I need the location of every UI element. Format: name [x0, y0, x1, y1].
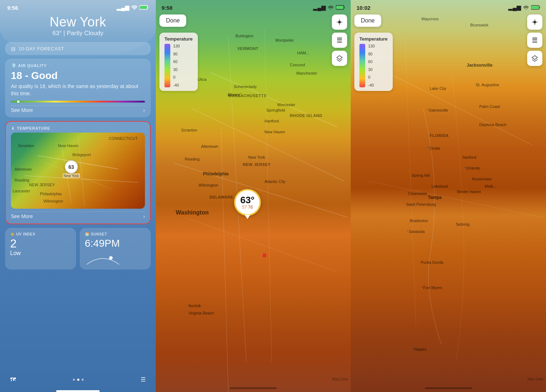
reading-label: Reading	[14, 178, 29, 182]
air-quality-header: 💨 AIR QUALITY	[11, 63, 145, 68]
place-new-haven: New Haven	[264, 130, 285, 134]
status-bar-panel3: 10:02 ▂▄▆	[351, 0, 546, 11]
uv-value: 2	[10, 238, 71, 249]
air-quality-see-more[interactable]: See More ›	[11, 105, 145, 113]
allentown-label: Allentown	[14, 167, 32, 171]
philadelphia-label: Philadelphia	[40, 192, 62, 196]
place-philadelphia: Philadelphia	[203, 171, 229, 176]
map-pin-panel2: 63° 57 76	[234, 189, 261, 219]
temperature-map: CONNECTICUT NEW JERSEY Scranton New Have…	[11, 133, 145, 209]
pin-circle: 63° 57 76	[234, 189, 261, 216]
place-norfolk: Norfolk	[188, 304, 201, 308]
sunset-widget: 🌅 SUNSET 6:49PM	[80, 228, 151, 270]
calendar-icon: ▤	[11, 46, 16, 51]
forecast-label: 10-DAY FORECAST	[18, 46, 64, 51]
aqi-bar	[11, 101, 145, 103]
time-panel1: 9:56	[7, 5, 18, 11]
place-clearwater: Clearwater	[408, 191, 427, 196]
svg-rect-17	[344, 7, 345, 8]
sunset-time: 6:49PM	[85, 238, 146, 249]
legend-gradient	[164, 44, 170, 87]
wifi-icon	[132, 5, 137, 11]
done-button-panel3[interactable]: Done	[354, 14, 381, 27]
place-bradenton: Bradenton	[410, 218, 428, 223]
status-bar-panel2: 9:58 ▂▄▆	[156, 0, 351, 11]
temperature-header: 🌡 TEMPERATURE	[11, 126, 145, 130]
red-marker	[263, 254, 266, 257]
home-indicator	[56, 390, 100, 392]
status-bar-panel1: 9:56 ▂▄▆	[0, 0, 156, 11]
svg-line-20	[387, 72, 532, 145]
svg-point-8	[109, 256, 113, 260]
place-washington: Washington	[176, 209, 209, 216]
signal-icon-3: ▂▄▆	[508, 4, 521, 11]
legend-labels: 130 90 60 30 0 -40	[173, 44, 180, 87]
layers-button[interactable]	[332, 51, 347, 66]
dot-3	[82, 379, 84, 381]
svg-line-4	[24, 176, 138, 183]
location-button-3[interactable]	[527, 14, 542, 30]
done-button-panel2[interactable]: Done	[159, 14, 186, 27]
place-reading: Reading	[185, 157, 200, 161]
status-icons-panel1: ▂▄▆	[117, 4, 149, 11]
air-quality-widget: 💨 AIR QUALITY 18 - Good Air quality is 1…	[5, 59, 151, 117]
place-orlando: Orlando	[466, 166, 480, 170]
map-icon[interactable]: 🗺	[10, 376, 16, 383]
scranton-label: Scranton	[18, 143, 34, 148]
pin-range: 57 76	[242, 204, 253, 209]
forecast-widget[interactable]: ▤ 10-DAY FORECAST	[5, 42, 151, 55]
legend-gradient-3	[359, 44, 365, 87]
place-scranton: Scranton	[181, 128, 197, 132]
time-panel3: 10:02	[357, 5, 370, 11]
svg-rect-18	[337, 6, 343, 9]
new-jersey-label: NEW JERSEY	[29, 183, 55, 187]
place-worcester: Worcester	[277, 103, 295, 107]
sun-icon: ☀️	[10, 232, 15, 236]
uv-label: Low	[10, 250, 71, 257]
place-schenectady: Schenectady	[234, 84, 257, 89]
sunset-arc	[85, 251, 146, 265]
place-rhode-island: RHODE ISLAND	[290, 113, 322, 118]
place-ocala: Ocala	[430, 146, 440, 150]
place-delaware: DELAWARE	[209, 195, 233, 199]
thermometer-icon: 🌡	[11, 126, 15, 130]
wind-icon: 💨	[11, 63, 16, 68]
place-utica: Utica	[197, 77, 207, 82]
place-manchester: Manchester	[296, 71, 317, 75]
place-wilmington: Wilmington	[199, 183, 218, 187]
place-atlantic-city: Atlantic City	[264, 179, 285, 184]
uv-header: ☀️ UV INDEX	[10, 232, 71, 236]
layers-button-3[interactable]	[527, 51, 542, 66]
place-gainesville: Gainesville	[429, 108, 448, 112]
place-fort-myers: Fort Myers	[423, 285, 442, 290]
legend-labels-3: 130 90 60 30 0 -40	[368, 44, 375, 87]
status-icons-panel2: ▂▄▆	[313, 4, 345, 11]
place-tampa: Tampa	[428, 195, 442, 200]
place-naples: Naples	[414, 347, 426, 351]
chevron-right-icon: ›	[143, 107, 145, 113]
map-controls-3: ☰	[527, 14, 542, 66]
dot-ocala: •	[428, 146, 429, 149]
list-view-button-3[interactable]: ☰	[527, 33, 542, 48]
svg-line-21	[405, 36, 416, 326]
temperature-see-more[interactable]: See More ›	[11, 212, 145, 219]
pin-temp: 63°	[240, 195, 254, 204]
legend-title-p2: Temperature	[164, 36, 193, 42]
list-icon[interactable]: ☰	[141, 376, 146, 383]
place-lakeland: Lakeland	[432, 184, 448, 188]
dot-gainesville: •	[427, 108, 428, 110]
list-view-button[interactable]: ☰	[332, 33, 347, 48]
place-virginia-beach: Virginia Beach	[188, 311, 214, 315]
battery-icon	[139, 5, 149, 11]
signal-icon: ▂▄▆	[117, 4, 129, 11]
bridgeport-label: Bridgeport	[72, 153, 91, 157]
place-punta-gorda: Punta Gorda	[421, 260, 443, 264]
battery-icon-2	[336, 5, 345, 11]
location-button[interactable]	[332, 14, 347, 30]
svg-rect-2	[140, 6, 147, 9]
marker-city: New York	[62, 173, 80, 178]
place-melb: Melb...	[485, 184, 497, 188]
place-hartford: Hartford	[264, 119, 279, 123]
svg-line-12	[264, 29, 272, 362]
time-panel2: 9:58	[162, 5, 172, 11]
